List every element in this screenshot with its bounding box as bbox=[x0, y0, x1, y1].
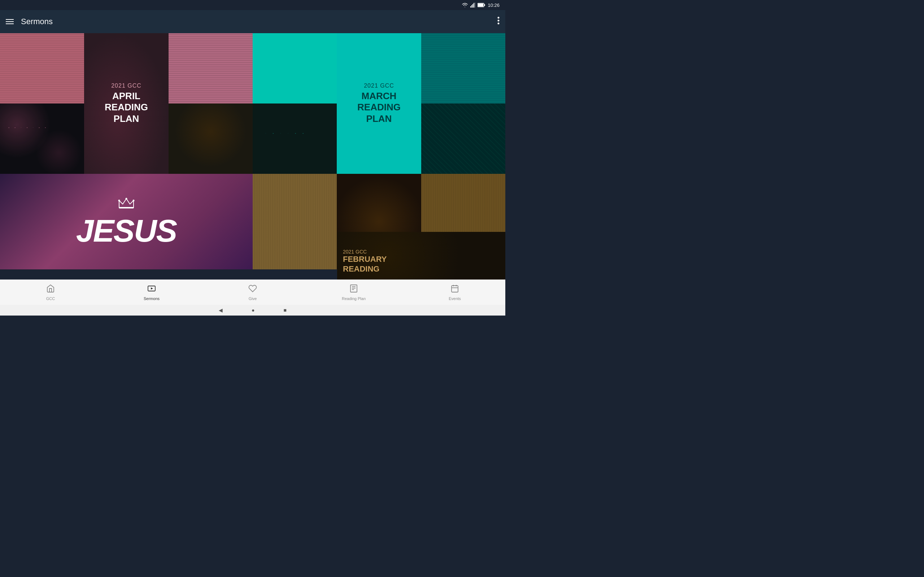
svg-point-10 bbox=[498, 23, 499, 24]
tile-r1-c4[interactable] bbox=[253, 33, 337, 103]
svg-rect-12 bbox=[119, 207, 134, 208]
page-title: Sermons bbox=[21, 17, 498, 26]
tile-r2-c3[interactable] bbox=[168, 103, 253, 174]
svg-point-14 bbox=[125, 198, 127, 200]
wifi-icon bbox=[462, 3, 468, 8]
tile-r2-c6[interactable] bbox=[421, 103, 505, 174]
tile-r1-c1[interactable] bbox=[0, 33, 84, 103]
feb-year-label: 2021 GCC bbox=[343, 249, 499, 255]
back-button[interactable]: ◀ bbox=[219, 307, 223, 313]
system-nav: ◀ ● ■ bbox=[0, 305, 505, 316]
time-display: 10:26 bbox=[488, 3, 499, 8]
svg-marker-17 bbox=[151, 287, 153, 290]
heart-icon bbox=[248, 284, 257, 295]
nav-label-gcc: GCC bbox=[46, 297, 55, 301]
tile-april-year-label: 2021 GCC bbox=[111, 82, 142, 89]
content-grid: 2021 GCC APRIL READING PLAN 2021 GCC MAR… bbox=[0, 33, 505, 279]
nav-item-events[interactable]: Events bbox=[404, 284, 505, 301]
tile-feb-reading-plan[interactable]: 2021 GCC FEBRUARY READING bbox=[337, 232, 505, 279]
svg-rect-18 bbox=[351, 285, 357, 292]
svg-point-9 bbox=[498, 20, 499, 22]
tile-r2-c1[interactable] bbox=[0, 103, 84, 174]
svg-rect-0 bbox=[470, 6, 471, 8]
hamburger-button[interactable] bbox=[6, 19, 14, 24]
nav-label-reading-plan: Reading Plan bbox=[342, 297, 366, 301]
svg-point-15 bbox=[132, 200, 134, 201]
nav-item-gcc[interactable]: GCC bbox=[0, 284, 101, 301]
tile-jesus[interactable]: JESUS bbox=[0, 174, 253, 269]
tile-r3-c4-top[interactable] bbox=[253, 174, 337, 269]
feb-title: FEBRUARY READING bbox=[343, 255, 499, 274]
tile-march-title: MARCH READING PLAN bbox=[357, 90, 401, 124]
tile-r1-c3[interactable] bbox=[168, 33, 253, 103]
svg-rect-6 bbox=[484, 4, 485, 6]
svg-point-13 bbox=[118, 200, 120, 201]
calendar-icon bbox=[451, 284, 459, 295]
bottom-nav: GCC Sermons Give Readin bbox=[0, 279, 505, 305]
svg-rect-7 bbox=[478, 3, 483, 6]
nav-item-reading-plan[interactable]: Reading Plan bbox=[303, 284, 404, 301]
more-button[interactable] bbox=[498, 16, 499, 27]
nav-label-events: Events bbox=[449, 297, 461, 301]
svg-rect-22 bbox=[452, 285, 458, 292]
svg-point-8 bbox=[498, 17, 499, 19]
svg-rect-1 bbox=[472, 5, 472, 8]
battery-icon bbox=[478, 3, 485, 7]
tile-march-year-label: 2021 GCC bbox=[364, 82, 394, 89]
tile-r2-c4[interactable] bbox=[253, 103, 337, 174]
nav-label-give: Give bbox=[249, 297, 257, 301]
tile-april-reading-plan[interactable]: 2021 GCC APRIL READING PLAN bbox=[84, 33, 168, 174]
app-bar: Sermons bbox=[0, 10, 505, 33]
svg-rect-4 bbox=[475, 3, 475, 8]
home-button[interactable]: ● bbox=[252, 307, 254, 313]
nav-item-sermons[interactable]: Sermons bbox=[101, 284, 202, 301]
nav-item-give[interactable]: Give bbox=[202, 284, 303, 301]
nav-label-sermons: Sermons bbox=[144, 297, 160, 301]
tile-april-title: APRIL READING PLAN bbox=[105, 90, 148, 124]
signal-icon bbox=[470, 3, 475, 8]
svg-rect-2 bbox=[472, 4, 473, 8]
recents-button[interactable]: ■ bbox=[284, 307, 287, 313]
jesus-title: JESUS bbox=[76, 215, 177, 247]
svg-marker-11 bbox=[119, 199, 134, 208]
svg-rect-3 bbox=[473, 3, 474, 8]
tile-r1-c6[interactable] bbox=[421, 33, 505, 103]
status-bar: 10:26 bbox=[0, 0, 505, 10]
status-icons: 10:26 bbox=[462, 3, 499, 8]
book-icon bbox=[349, 284, 358, 295]
crown-icon bbox=[117, 197, 135, 212]
tile-march-reading-plan[interactable]: 2021 GCC MARCH READING PLAN bbox=[337, 33, 421, 174]
play-circle-icon bbox=[147, 284, 156, 295]
home-icon bbox=[46, 284, 55, 295]
